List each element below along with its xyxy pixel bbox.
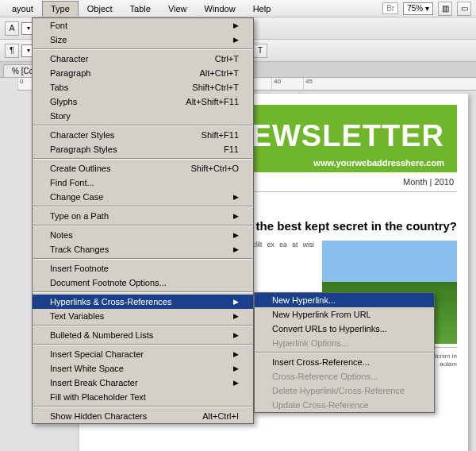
- menu-item-font[interactable]: Font▶: [33, 18, 253, 33]
- menu-separator: [33, 158, 252, 160]
- menu-item-label: Document Footnote Options...: [50, 278, 167, 287]
- menu-item-shortcut: Alt+Ctrl+I: [202, 411, 239, 421]
- menu-item-character-styles[interactable]: Character StylesShift+F11: [33, 128, 253, 142]
- menu-item-shortcut: F11: [224, 145, 239, 154]
- submenu-arrow-icon: ▶: [233, 298, 239, 306]
- submenu-item-hyperlink-options: Hyperlink Options...: [255, 336, 434, 350]
- char-panel-icon[interactable]: A: [5, 21, 19, 36]
- submenu-arrow-icon: ▶: [233, 331, 239, 339]
- menu-item-shortcut: Shift+Ctrl+T: [192, 83, 239, 92]
- menu-layout[interactable]: ayout: [3, 1, 42, 17]
- menu-item-label: Track Changes: [50, 245, 109, 254]
- menu-item-create-outlines[interactable]: Create OutlinesShift+Ctrl+O: [33, 161, 253, 175]
- submenu-item-label: Cross-Reference Options...: [272, 372, 378, 381]
- menu-item-label: Text Variables: [50, 311, 104, 321]
- menu-item-insert-special-character[interactable]: Insert Special Character▶: [33, 347, 253, 361]
- menu-item-label: Insert Break Character: [50, 378, 138, 387]
- menu-window[interactable]: Window: [196, 1, 244, 17]
- zoom-field[interactable]: 75% ▾: [403, 2, 433, 15]
- submenu-item-label: New Hyperlink From URL: [272, 310, 371, 319]
- menubar: ayout Type Object Table View Window Help…: [0, 0, 476, 17]
- menu-item-insert-white-space[interactable]: Insert White Space▶: [33, 361, 253, 376]
- menu-item-fill-with-placeholder-text[interactable]: Fill with Placeholder Text: [33, 390, 253, 404]
- menu-separator: [33, 225, 252, 226]
- menu-item-label: Insert White Space: [50, 364, 124, 373]
- menu-item-track-changes[interactable]: Track Changes▶: [33, 242, 253, 256]
- menu-item-shortcut: Alt+Shift+F11: [186, 97, 239, 106]
- submenu-arrow-icon: ▶: [233, 21, 239, 29]
- menu-item-tabs[interactable]: TabsShift+Ctrl+T: [33, 80, 253, 94]
- menu-item-label: Bulleted & Numbered Lists: [50, 330, 153, 340]
- submenu-arrow-icon: ▶: [233, 312, 239, 320]
- menu-item-label: Change Case: [50, 192, 103, 202]
- menu-item-insert-break-character[interactable]: Insert Break Character▶: [33, 376, 253, 390]
- menu-item-label: Paragraph Styles: [50, 145, 117, 154]
- menu-item-label: Character: [50, 54, 88, 64]
- submenu-item-label: New Hyperlink...: [272, 295, 336, 305]
- menu-item-label: Character Styles: [50, 130, 114, 140]
- menu-item-label: Show Hidden Characters: [50, 411, 147, 421]
- menu-item-text-variables[interactable]: Text Variables▶: [33, 309, 253, 323]
- menu-item-notes[interactable]: Notes▶: [33, 228, 253, 242]
- submenu-item-insert-cross-reference[interactable]: Insert Cross-Reference...: [255, 355, 434, 369]
- menu-view[interactable]: View: [159, 1, 196, 17]
- para-panel-icon[interactable]: ¶: [5, 44, 19, 58]
- menu-separator: [33, 125, 252, 126]
- submenu-item-label: Update Cross-Reference: [272, 400, 369, 410]
- menu-item-size[interactable]: Size▶: [33, 33, 253, 47]
- menu-separator: [33, 325, 252, 326]
- menu-item-label: Glyphs: [50, 97, 77, 106]
- screen-mode-button[interactable]: ▭: [457, 2, 471, 16]
- menu-separator: [255, 352, 433, 353]
- menu-item-type-on-a-path[interactable]: Type on a Path▶: [33, 209, 253, 223]
- menu-item-label: Find Font...: [50, 178, 94, 187]
- menu-item-change-case[interactable]: Change Case▶: [33, 190, 253, 204]
- menu-item-character[interactable]: CharacterCtrl+T: [33, 52, 253, 66]
- submenu-arrow-icon: ▶: [233, 231, 239, 239]
- menu-item-label: Insert Footnote: [50, 264, 109, 273]
- menu-item-label: Tabs: [50, 83, 68, 92]
- menu-item-paragraph-styles[interactable]: Paragraph StylesF11: [33, 142, 253, 156]
- submenu-item-update-cross-reference: Update Cross-Reference: [255, 398, 434, 412]
- submenu-item-label: Delete Hyperlink/Cross-Reference: [272, 386, 405, 395]
- zoom-value: 75%: [407, 4, 423, 13]
- submenu-item-new-hyperlink[interactable]: New Hyperlink...: [255, 293, 434, 307]
- submenu-item-convert-urls-to-hyperlinks[interactable]: Convert URLs to Hyperlinks...: [255, 322, 434, 336]
- menu-item-paragraph[interactable]: ParagraphAlt+Ctrl+T: [33, 66, 253, 80]
- menu-item-hyperlinks-cross-references[interactable]: Hyperlinks & Cross-References▶: [33, 295, 253, 309]
- submenu-arrow-icon: ▶: [233, 350, 239, 358]
- menu-item-bulleted-numbered-lists[interactable]: Bulleted & Numbered Lists▶: [33, 328, 253, 342]
- bridge-button[interactable]: Br: [382, 2, 398, 14]
- menu-item-document-footnote-options[interactable]: Document Footnote Options...: [33, 276, 253, 290]
- language-button[interactable]: T: [253, 44, 267, 58]
- menu-item-shortcut: Ctrl+T: [215, 54, 239, 64]
- menu-separator: [33, 344, 252, 345]
- menu-object[interactable]: Object: [79, 1, 121, 17]
- menu-item-find-font[interactable]: Find Font...: [33, 175, 253, 190]
- menu-item-label: Insert Special Character: [50, 349, 144, 359]
- menu-item-shortcut: Alt+Ctrl+T: [199, 68, 239, 78]
- menu-item-glyphs[interactable]: GlyphsAlt+Shift+F11: [33, 94, 253, 109]
- menu-item-label: Hyperlinks & Cross-References: [50, 297, 171, 306]
- menu-separator: [33, 206, 252, 207]
- view-mode-button[interactable]: ▥: [438, 2, 452, 16]
- menu-item-label: Notes: [50, 230, 73, 240]
- submenu-item-delete-hyperlink-cross-reference: Delete Hyperlink/Cross-Reference: [255, 384, 434, 398]
- menu-item-label: Fill with Placeholder Text: [50, 392, 146, 402]
- submenu-item-label: Insert Cross-Reference...: [272, 357, 370, 367]
- hyperlinks-submenu: New Hyperlink...New Hyperlink From URLCo…: [254, 292, 435, 413]
- menu-table[interactable]: Table: [121, 1, 159, 17]
- submenu-item-label: Hyperlink Options...: [272, 338, 348, 348]
- menu-item-insert-footnote[interactable]: Insert Footnote: [33, 261, 253, 276]
- menu-item-label: Type on a Path: [50, 211, 109, 221]
- menu-type[interactable]: Type: [42, 1, 79, 17]
- menu-item-story[interactable]: Story: [33, 109, 253, 123]
- menu-item-shortcut: Shift+F11: [202, 130, 239, 140]
- submenu-arrow-icon: ▶: [233, 193, 239, 201]
- submenu-item-new-hyperlink-from-url[interactable]: New Hyperlink From URL: [255, 307, 434, 322]
- menu-separator: [33, 258, 252, 260]
- menu-separator: [33, 291, 252, 293]
- menu-item-show-hidden-characters[interactable]: Show Hidden CharactersAlt+Ctrl+I: [33, 409, 253, 423]
- menu-help[interactable]: Help: [244, 1, 280, 17]
- type-menu-dropdown: Font▶Size▶CharacterCtrl+TParagraphAlt+Ct…: [32, 17, 254, 424]
